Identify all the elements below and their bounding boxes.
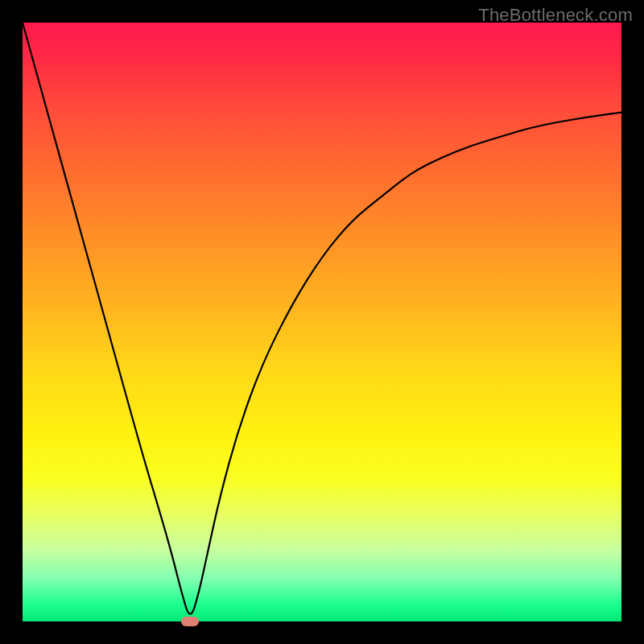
chart-frame: TheBottleneck.com <box>0 0 644 644</box>
minimum-marker <box>181 617 199 626</box>
plot-area <box>23 23 621 621</box>
bottleneck-curve <box>23 23 621 621</box>
